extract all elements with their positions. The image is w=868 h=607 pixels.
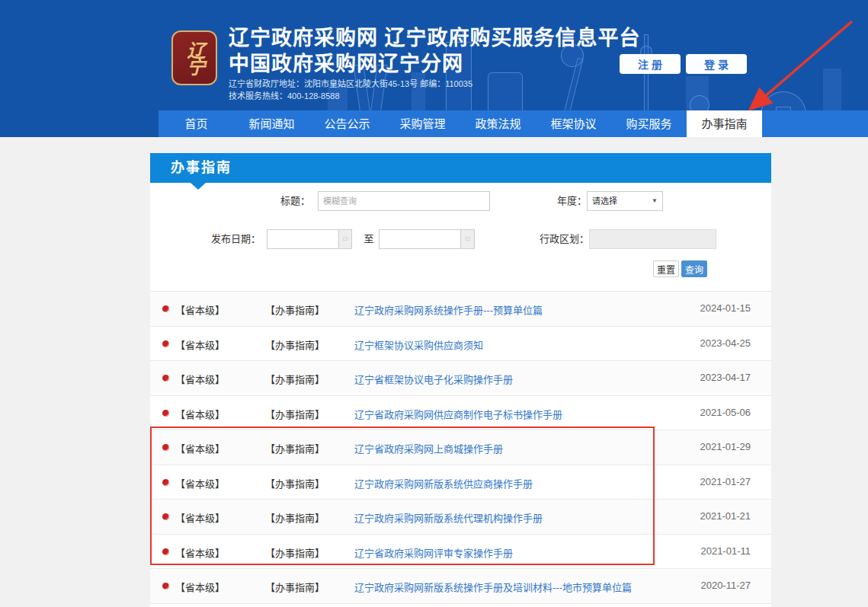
row-category-tag: 【办事指南】 [265, 476, 325, 490]
date-from-input[interactable] [267, 229, 338, 249]
section-title-banner: 办事指南 [150, 153, 771, 183]
date-to-group: □ [379, 229, 475, 249]
row-category-tag: 【办事指南】 [265, 545, 325, 560]
guide-list: 【省本级】 【办事指南】 辽宁政府采购网系统操作手册---预算单位篇 2024-… [150, 292, 771, 604]
row-level-tag: 【省本级】 [175, 302, 225, 317]
nav-item-home[interactable]: 首页 [159, 110, 234, 137]
year-select-value: 请选择 [592, 192, 617, 210]
date-to-input[interactable] [379, 229, 460, 249]
section-title: 办事指南 [171, 160, 232, 175]
list-item: 【省本级】 【办事指南】 辽宁省政府采购网评审专家操作手册 2021-01-11 [150, 535, 771, 570]
row-date: 2023-04-25 [700, 337, 751, 349]
list-item: 【省本级】 【办事指南】 辽宁省框架协议电子化采购操作手册 2023-04-17 [150, 361, 771, 396]
row-level-tag: 【省本级】 [175, 407, 225, 421]
date-to-label: 至 [361, 229, 376, 249]
region-input [589, 229, 716, 249]
row-category-tag: 【办事指南】 [265, 337, 325, 352]
bullet-dot-icon [162, 410, 169, 417]
year-filter-label: 年度： [518, 191, 587, 211]
bullet-dot-icon [162, 513, 169, 520]
bullet-dot-icon [162, 548, 169, 555]
row-level-tag: 【省本级】 [175, 337, 225, 352]
site-title-line2: 中国政府采购网辽宁分网 [229, 47, 463, 77]
nav-item-news[interactable]: 新闻通知 [234, 110, 309, 137]
year-select[interactable]: 请选择 ▼ [587, 191, 663, 211]
calendar-icon[interactable]: □ [338, 229, 352, 249]
row-level-tag: 【省本级】 [175, 476, 225, 490]
row-category-tag: 【办事指南】 [265, 441, 325, 455]
bullet-dot-icon [162, 444, 169, 451]
row-title-link[interactable]: 辽宁政府采购网新版系统供应商操作手册 [354, 476, 533, 490]
site-logo: 辽宁 [171, 30, 217, 85]
bullet-dot-icon [162, 583, 169, 589]
list-item: 【省本级】 【办事指南】 辽宁省政府采购网上商城操作手册 2021-01-29 [150, 430, 771, 465]
nav-item-purchase-mgmt[interactable]: 采购管理 [385, 110, 460, 137]
row-title-link[interactable]: 辽宁省政府采购网评审专家操作手册 [354, 545, 513, 560]
search-filters: 标题： 年度： 请选择 ▼ 发布日期： □ 至 □ 行政区划： 重置 查询 [150, 183, 771, 292]
row-level-tag: 【省本级】 [175, 545, 225, 560]
row-category-tag: 【办事指南】 [265, 510, 325, 525]
row-category-tag: 【办事指南】 [265, 302, 325, 317]
search-button[interactable]: 查询 [681, 260, 707, 277]
row-date: 2024-01-15 [700, 302, 751, 314]
bullet-dot-icon [162, 479, 169, 486]
content-panel: 办事指南 标题： 年度： 请选择 ▼ 发布日期： □ 至 □ 行政区划： 重置 … [150, 153, 771, 607]
nav-item-framework[interactable]: 框架协议 [536, 110, 611, 137]
row-title-link[interactable]: 辽宁政府采购网系统操作手册---预算单位篇 [354, 302, 543, 317]
row-category-tag: 【办事指南】 [265, 407, 325, 421]
row-date: 2021-01-11 [700, 545, 751, 557]
chevron-down-icon: ▼ [652, 192, 658, 210]
row-title-link[interactable]: 辽宁省框架协议电子化采购操作手册 [354, 372, 513, 386]
date-from-group: □ [267, 229, 352, 249]
site-header: 辽宁 辽宁政府采购网 辽宁政府购买服务信息平台 中国政府采购网辽宁分网 辽宁省财… [0, 0, 868, 137]
calendar-icon[interactable]: □ [460, 229, 475, 249]
title-search-input[interactable] [318, 191, 490, 211]
region-filter-label: 行政区划： [520, 229, 589, 249]
login-button[interactable]: 登 录 [686, 54, 747, 74]
list-item: 【省本级】 【办事指南】 辽宁政府采购网新版系统操作手册及培训材料---地市预算… [150, 569, 771, 604]
row-title-link[interactable]: 辽宁框架协议采购供应商须知 [354, 337, 483, 352]
row-date: 2021-01-29 [700, 441, 751, 452]
row-title-link[interactable]: 辽宁政府采购网新版系统操作手册及培训材料---地市预算单位篇 [354, 580, 632, 594]
site-address: 辽宁省财政厅地址：沈阳市皇姑区北陵大街45-13号 邮编：110035 [229, 77, 472, 89]
bullet-dot-icon [162, 340, 169, 347]
nav-item-buy-service[interactable]: 购买服务 [611, 110, 687, 137]
row-level-tag: 【省本级】 [175, 580, 225, 594]
row-level-tag: 【省本级】 [175, 510, 225, 525]
row-date: 2020-11-27 [700, 580, 751, 591]
row-category-tag: 【办事指南】 [265, 372, 325, 386]
list-item: 【省本级】 【办事指南】 辽宁政府采购网新版系统代理机构操作手册 2021-01… [150, 500, 771, 535]
list-item: 【省本级】 【办事指南】 辽宁省政府采购网供应商制作电子标书操作手册 2021-… [150, 396, 771, 431]
bullet-dot-icon [162, 305, 169, 312]
list-item: 【省本级】 【办事指南】 辽宁政府采购网系统操作手册---预算单位篇 2024-… [150, 292, 771, 327]
title-filter-label: 标题： [249, 191, 310, 211]
row-title-link[interactable]: 辽宁省政府采购网供应商制作电子标书操作手册 [354, 407, 562, 421]
row-date: 2021-01-27 [700, 476, 751, 487]
row-date: 2021-01-21 [700, 510, 751, 522]
nav-item-notices[interactable]: 公告公示 [309, 110, 385, 137]
main-nav: 首页 新闻通知 公告公示 采购管理 政策法规 框架协议 购买服务 办事指南 [159, 110, 868, 137]
reset-button[interactable]: 重置 [653, 260, 679, 277]
service-hotline: 技术服务热线：400-128-8588 [229, 89, 340, 101]
row-date: 2021-05-06 [700, 407, 751, 418]
row-category-tag: 【办事指南】 [265, 580, 325, 594]
row-level-tag: 【省本级】 [175, 372, 225, 386]
nav-item-guide-active[interactable]: 办事指南 [687, 110, 762, 137]
row-date: 2023-04-17 [700, 372, 751, 383]
row-level-tag: 【省本级】 [175, 441, 225, 455]
bullet-dot-icon [162, 375, 169, 382]
list-item: 【省本级】 【办事指南】 辽宁政府采购网新版系统供应商操作手册 2021-01-… [150, 465, 771, 500]
row-title-link[interactable]: 辽宁政府采购网新版系统代理机构操作手册 [354, 510, 543, 525]
register-button[interactable]: 注 册 [620, 54, 681, 74]
row-title-link[interactable]: 辽宁省政府采购网上商城操作手册 [354, 441, 503, 455]
publish-date-label: 发布日期： [192, 229, 261, 249]
nav-item-policies[interactable]: 政策法规 [460, 110, 536, 137]
list-item: 【省本级】 【办事指南】 辽宁框架协议采购供应商须知 2023-04-25 [150, 327, 771, 362]
